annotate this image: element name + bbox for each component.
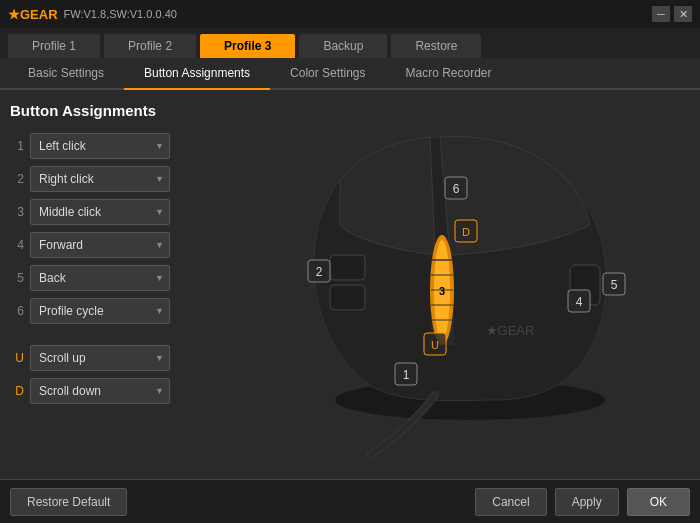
assignment-dropdown-6[interactable]: Left clickRight clickMiddle clickForward… — [30, 298, 170, 324]
profile-tab-restore[interactable]: Restore — [391, 34, 481, 58]
svg-text:D: D — [462, 226, 470, 238]
section-title: Button Assignments — [10, 102, 210, 119]
profile-tab-backup[interactable]: Backup — [299, 34, 387, 58]
version-text: FW:V1.8,SW:V1.0.0.40 — [64, 8, 177, 20]
assignment-id-3: 3 — [10, 205, 24, 219]
assignment-dropdown-1[interactable]: Left clickRight clickMiddle clickForward… — [30, 133, 170, 159]
assignment-select-3[interactable]: Left clickRight clickMiddle clickForward… — [30, 199, 170, 225]
title-bar: ★GEAR FW:V1.8,SW:V1.0.0.40 ─ ✕ — [0, 0, 700, 28]
tab-color-settings[interactable]: Color Settings — [270, 58, 385, 88]
bottom-left: Restore Default — [10, 488, 127, 516]
profile-bar: Profile 1 Profile 2 Profile 3 Backup Res… — [0, 28, 700, 58]
right-panel: ★GEAR 1 2 D U 6 — [210, 102, 690, 468]
assignment-select-5[interactable]: Left clickRight clickMiddle clickForward… — [30, 265, 170, 291]
restore-default-button[interactable]: Restore Default — [10, 488, 127, 516]
assignment-dropdown-d[interactable]: Scroll upScroll downLeft click — [30, 378, 170, 404]
apply-button[interactable]: Apply — [555, 488, 619, 516]
svg-text:4: 4 — [576, 295, 583, 309]
assignment-id-2: 2 — [10, 172, 24, 186]
svg-text:5: 5 — [611, 278, 618, 292]
assignment-row-3: 3 Left clickRight clickMiddle clickForwa… — [10, 199, 210, 225]
tab-button-assignments[interactable]: Button Assignments — [124, 58, 270, 90]
svg-text:1: 1 — [403, 368, 410, 382]
svg-text:2: 2 — [316, 265, 323, 279]
tab-macro-recorder[interactable]: Macro Recorder — [385, 58, 511, 88]
assignment-row-6: 6 Left clickRight clickMiddle clickForwa… — [10, 298, 210, 324]
assignment-id-u: U — [10, 351, 24, 365]
scroll-assignment-list: U Scroll upScroll downLeft click D Scrol… — [10, 345, 210, 404]
assignment-select-u[interactable]: Scroll upScroll downLeft click — [30, 345, 170, 371]
assignment-select-4[interactable]: Left clickRight clickMiddle clickForward… — [30, 232, 170, 258]
svg-text:U: U — [431, 339, 439, 351]
assignment-select-1[interactable]: Left clickRight clickMiddle clickForward… — [30, 133, 170, 159]
profile-tab-1[interactable]: Profile 1 — [8, 34, 100, 58]
bottom-bar: Restore Default Cancel Apply OK — [0, 479, 700, 523]
svg-rect-9 — [330, 285, 365, 310]
assignment-id-5: 5 — [10, 271, 24, 285]
assignment-dropdown-4[interactable]: Left clickRight clickMiddle clickForward… — [30, 232, 170, 258]
left-panel: Button Assignments 1 Left clickRight cli… — [10, 102, 210, 468]
content-area: Button Assignments 1 Left clickRight cli… — [0, 90, 700, 480]
assignment-id-d: D — [10, 384, 24, 398]
assignment-id-1: 1 — [10, 139, 24, 153]
mouse-image-container: ★GEAR 1 2 D U 6 — [240, 105, 660, 465]
svg-text:★GEAR: ★GEAR — [486, 323, 535, 338]
window-controls: ─ ✕ — [652, 6, 692, 22]
assignment-dropdown-2[interactable]: Left clickRight clickMiddle clickForward… — [30, 166, 170, 192]
assignment-row-2: 2 Left clickRight clickMiddle clickForwa… — [10, 166, 210, 192]
sub-tab-bar: Basic Settings Button Assignments Color … — [0, 58, 700, 90]
assignment-dropdown-5[interactable]: Left clickRight clickMiddle clickForward… — [30, 265, 170, 291]
tab-basic-settings[interactable]: Basic Settings — [8, 58, 124, 88]
title-bar-left: ★GEAR FW:V1.8,SW:V1.0.0.40 — [8, 7, 177, 22]
assignment-select-d[interactable]: Scroll upScroll downLeft click — [30, 378, 170, 404]
assignment-row-5: 5 Left clickRight clickMiddle clickForwa… — [10, 265, 210, 291]
svg-text:6: 6 — [453, 182, 460, 196]
assignment-row-1: 1 Left clickRight clickMiddle clickForwa… — [10, 133, 210, 159]
assignment-select-2[interactable]: Left clickRight clickMiddle clickForward… — [30, 166, 170, 192]
assignment-row-d: D Scroll upScroll downLeft click — [10, 378, 210, 404]
svg-rect-8 — [330, 255, 365, 280]
assignment-list: 1 Left clickRight clickMiddle clickForwa… — [10, 133, 210, 324]
assignment-id-4: 4 — [10, 238, 24, 252]
bottom-right: Cancel Apply OK — [475, 488, 690, 516]
assignment-select-6[interactable]: Left clickRight clickMiddle clickForward… — [30, 298, 170, 324]
assignment-row-u: U Scroll upScroll downLeft click — [10, 345, 210, 371]
ok-button[interactable]: OK — [627, 488, 690, 516]
assignment-dropdown-3[interactable]: Left clickRight clickMiddle clickForward… — [30, 199, 170, 225]
assignment-dropdown-u[interactable]: Scroll upScroll downLeft click — [30, 345, 170, 371]
profile-tab-2[interactable]: Profile 2 — [104, 34, 196, 58]
cancel-button[interactable]: Cancel — [475, 488, 546, 516]
app-logo: ★GEAR — [8, 7, 58, 22]
profile-tab-3[interactable]: Profile 3 — [200, 34, 295, 58]
mouse-svg: ★GEAR 1 2 D U 6 — [240, 105, 660, 465]
assignment-id-6: 6 — [10, 304, 24, 318]
close-button[interactable]: ✕ — [674, 6, 692, 22]
minimize-button[interactable]: ─ — [652, 6, 670, 22]
svg-text:3: 3 — [439, 285, 445, 297]
assignment-row-4: 4 Left clickRight clickMiddle clickForwa… — [10, 232, 210, 258]
